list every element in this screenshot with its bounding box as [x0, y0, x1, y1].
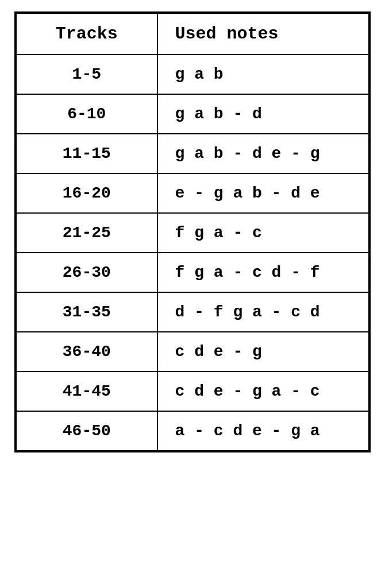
table-row: 11-15g a b - d e - g — [16, 134, 369, 173]
tracks-cell: 1-5 — [16, 55, 157, 94]
tracks-cell: 6-10 — [16, 94, 157, 134]
notes-cell: a - c d e - g a — [157, 411, 369, 451]
header-notes: Used notes — [157, 13, 369, 55]
table-row: 1-5g a b — [16, 55, 369, 94]
tracks-cell: 26-30 — [16, 253, 157, 292]
notes-cell: f g a - c — [157, 213, 369, 253]
table-row: 36-40c d e - g — [16, 332, 369, 372]
table-row: 46-50a - c d e - g a — [16, 411, 369, 451]
tracks-cell: 31-35 — [16, 292, 157, 332]
table-row: 31-35d - f g a - c d — [16, 292, 369, 332]
notes-cell: f g a - c d - f — [157, 253, 369, 292]
notes-cell: c d e - g a - c — [157, 372, 369, 411]
table-row: 41-45c d e - g a - c — [16, 372, 369, 411]
notes-cell: g a b — [157, 55, 369, 94]
table-row: 26-30f g a - c d - f — [16, 253, 369, 292]
header-tracks: Tracks — [16, 13, 157, 55]
tracks-cell: 36-40 — [16, 332, 157, 372]
notes-cell: e - g a b - d e — [157, 173, 369, 213]
tracks-cell: 16-20 — [16, 173, 157, 213]
table-row: 21-25f g a - c — [16, 213, 369, 253]
notes-cell: c d e - g — [157, 332, 369, 372]
notes-cell: g a b - d — [157, 94, 369, 134]
notes-cell: g a b - d e - g — [157, 134, 369, 173]
table-row: 16-20e - g a b - d e — [16, 173, 369, 213]
tracks-cell: 21-25 — [16, 213, 157, 253]
tracks-cell: 46-50 — [16, 411, 157, 451]
table-row: 6-10g a b - d — [16, 94, 369, 134]
tracks-cell: 41-45 — [16, 372, 157, 411]
tracks-cell: 11-15 — [16, 134, 157, 173]
notes-cell: d - f g a - c d — [157, 292, 369, 332]
tracks-notes-table: Tracks Used notes 1-5g a b6-10g a b - d1… — [14, 11, 371, 452]
